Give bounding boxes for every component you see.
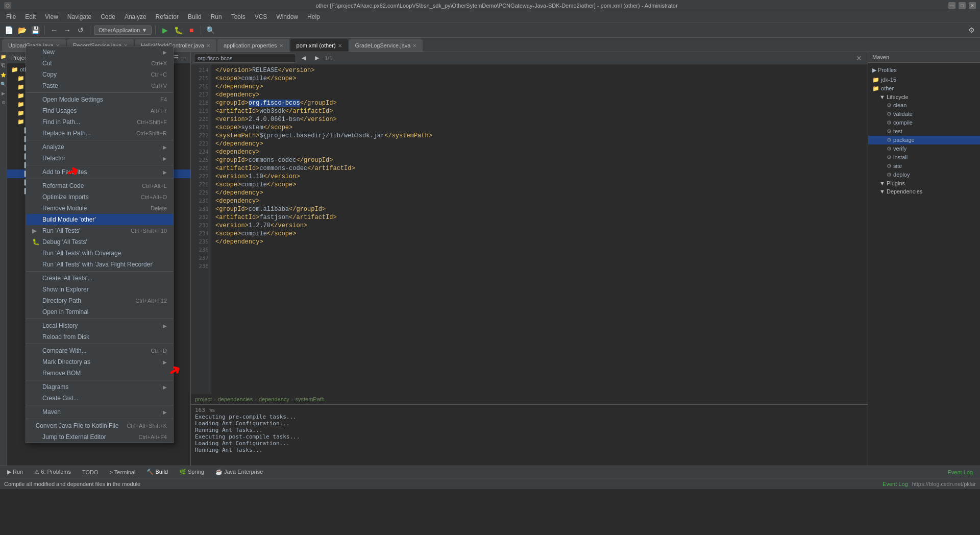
bottom-tab-terminal[interactable]: > Terminal [105,468,141,476]
breadcrumb-item-3[interactable]: systemPath [296,396,325,402]
ctx-item-show-in-explorer[interactable]: Show in Explorer [26,284,173,295]
search-input[interactable] [194,54,296,63]
toolbar-refresh-button[interactable]: ↺ [75,25,86,36]
sidebar-favorites-icon[interactable]: ⭐ [1,72,7,79]
toolbar-open-button[interactable]: 📂 [16,25,28,36]
menu-item-code[interactable]: Code [96,12,119,21]
ctx-item-optimize-imports[interactable]: Optimize ImportsCtrl+Alt+O [26,191,173,203]
bottom-tab-run[interactable]: ▶ Run [2,468,28,476]
event-log-link[interactable]: Event Log [883,481,908,487]
ctx-item-reformat-code[interactable]: Reformat CodeCtrl+Alt+L [26,180,173,191]
ctx-item-new[interactable]: New▶ [26,46,173,58]
menu-item-run[interactable]: Run [207,12,226,21]
ctx-item-directory-path[interactable]: Directory PathCtrl+Alt+F12 [26,295,173,306]
menu-item-analyze[interactable]: Analyze [120,12,151,21]
menu-item-tools[interactable]: Tools [227,12,250,21]
ctx-item-find-usages[interactable]: Find UsagesAlt+F7 [26,105,173,116]
code-content[interactable]: </version>RELEASE</version> <scope>compi… [211,64,868,394]
menu-item-view[interactable]: View [41,12,62,21]
search-prev-button[interactable]: ◀ [298,53,309,64]
ctx-item-paste[interactable]: PasteCtrl+V [26,80,173,91]
bottom-tab-spring[interactable]: 🌿 Spring [174,468,209,476]
maven-item-clean[interactable]: ⚙ clean [868,101,980,110]
maven-item-jdk-15[interactable]: 📁 jdk-15 [868,76,980,84]
toolbar-search-button[interactable]: 🔍 [205,25,216,36]
search-next-button[interactable]: ▶ [311,53,323,64]
sidebar-services-icon[interactable]: ⚙ [1,100,7,106]
menu-item-vcs[interactable]: VCS [251,12,272,21]
menu-item-navigate[interactable]: Navigate [63,12,95,21]
maven-item-compile[interactable]: ⚙ compile [868,118,980,127]
ctx-item-maven[interactable]: Maven▶ [26,406,173,418]
ctx-item-run-all-tests-[interactable]: ▶Run 'All Tests'Ctrl+Shift+F10 [26,225,173,236]
ctx-item-cut[interactable]: CutCtrl+X [26,58,173,69]
code-editor[interactable]: 2142152162172182192202212222232242252262… [191,64,868,394]
ctx-item-find-in-path[interactable]: Find in Path...Ctrl+Shift+F [26,116,173,128]
ctx-item-jump-to-external-editor[interactable]: Jump to External EditorCtrl+Alt+F4 [26,431,173,443]
maven-item-test[interactable]: ⚙ test [868,127,980,136]
ctx-item-replace-in-path[interactable]: Replace in Path...Ctrl+Shift+R [26,128,173,139]
toolbar-debug-button[interactable]: 🐛 [173,25,184,36]
menu-item-help[interactable]: Help [303,12,324,21]
ctx-item-debug-all-tests-[interactable]: 🐛Debug 'All Tests' [26,236,173,248]
bottom-tab-java-enterprise[interactable]: ☕ Java Enterprise [210,468,268,476]
maven-item-other[interactable]: 📁 other [868,84,980,93]
maven-item-site[interactable]: ⚙ site [868,162,980,171]
ctx-item-local-history[interactable]: Local History▶ [26,320,173,331]
maven-item-validate[interactable]: ⚙ validate [868,110,980,118]
maven-item-package[interactable]: ⚙ package [868,136,980,144]
project-minimize-icon[interactable]: — [181,54,186,61]
sidebar-run-icon[interactable]: ▶ [1,91,7,97]
tab-gradelogservice.java[interactable]: GradeLogService.java✕ [349,39,423,52]
sidebar-structure-icon[interactable]: 🏗 [1,63,7,69]
bottom-tab-todo[interactable]: TODO [77,468,104,476]
menu-item-build[interactable]: Build [184,12,206,21]
ctx-item-copy[interactable]: CopyCtrl+C [26,69,173,80]
sidebar-find-icon[interactable]: 🔍 [1,82,7,88]
menu-item-edit[interactable]: Edit [21,12,40,21]
maven-item-install[interactable]: ⚙ install [868,153,980,162]
toolbar-new-button[interactable]: 📄 [3,25,14,36]
bottom-event-log[interactable]: Event Log [942,468,978,476]
toolbar-forward-button[interactable]: → [62,25,73,36]
breadcrumb-item-0[interactable]: project [195,396,212,402]
ctx-item-create-gist[interactable]: Create Gist... [26,393,173,404]
maven-item-lifecycle[interactable]: ▼ Lifecycle [868,93,980,101]
ctx-item-reload-from-disk[interactable]: Reload from Disk [26,331,173,343]
ctx-item-remove-bom[interactable]: Remove BOM [26,368,173,379]
ctx-item-open-module-settings[interactable]: Open Module SettingsF4 [26,94,173,105]
toolbar-stop-button[interactable]: ■ [186,25,197,36]
toolbar-save-button[interactable]: 💾 [30,25,41,36]
menu-item-file[interactable]: File [2,12,20,21]
toolbar-back-button[interactable]: ← [48,25,60,36]
ctx-item-open-in-terminal[interactable]: Open in Terminal [26,306,173,318]
app-config-selector[interactable]: OtherApplication ▼ [94,26,152,35]
ctx-item-run-all-tests-with-coverage[interactable]: Run 'All Tests' with Coverage [26,248,173,259]
maven-item-plugins[interactable]: ▼ Plugins [868,179,980,187]
ctx-item-remove-module[interactable]: Remove ModuleDelete [26,203,173,214]
breadcrumb-item-1[interactable]: dependencies [218,396,253,402]
ctx-item-refactor[interactable]: Refactor▶ [26,153,173,164]
ctx-item-analyze[interactable]: Analyze▶ [26,141,173,153]
ctx-item-run-all-tests-with-java-flight-recorder-[interactable]: Run 'All Tests' with 'Java Flight Record… [26,259,173,270]
ctx-item-convert-java-file-to-kotlin-file[interactable]: Convert Java File to Kotlin FileCtrl+Alt… [26,420,173,431]
toolbar-settings-button[interactable]: ⚙ [966,25,977,36]
maven-item-deploy[interactable]: ⚙ deploy [868,171,980,179]
breadcrumb-item-2[interactable]: dependency [259,396,289,402]
ctx-item-create-all-tests-[interactable]: Create 'All Tests'... [26,273,173,284]
ctx-item-add-to-favorites[interactable]: Add to Favorites▶ [26,166,173,178]
minimize-button[interactable]: — [948,2,955,9]
search-close-button[interactable]: ✕ [853,53,865,64]
close-button[interactable]: ✕ [969,2,976,9]
maven-item-dependencies[interactable]: ▼ Dependencies [868,187,980,196]
toolbar-run-button[interactable]: ▶ [159,25,170,36]
ctx-item-build-module-other-[interactable]: Build Module 'other' [26,214,173,225]
ctx-item-mark-directory-as[interactable]: Mark Directory as▶ [26,356,173,368]
maximize-button[interactable]: □ [959,2,966,9]
ctx-item-diagrams[interactable]: Diagrams▶ [26,381,173,393]
ctx-item-compare-with[interactable]: Compare With...Ctrl+D [26,345,173,356]
maven-item-verify[interactable]: ⚙ verify [868,144,980,153]
tab-pom.xml(other)[interactable]: pom.xml (other)✕ [290,39,348,52]
menu-item-refactor[interactable]: Refactor [152,12,183,21]
bottom-tab-6:-problems[interactable]: ⚠ 6: Problems [29,468,76,476]
